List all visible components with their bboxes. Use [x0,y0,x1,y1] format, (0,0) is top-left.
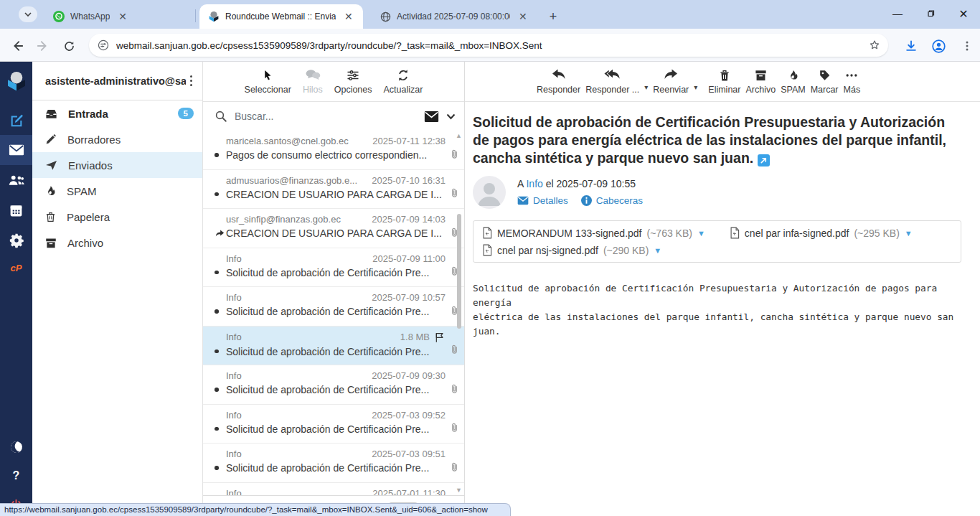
pencil-icon [44,133,57,146]
recipient-link[interactable]: Info [526,178,542,189]
spam-button[interactable]: SPAM [781,68,806,95]
tag-icon [818,68,831,83]
tab-close-icon[interactable]: ✕ [519,11,527,22]
attachment-list: MEMORANDUM 133-signed.pdf (~763 KB) ▼ cn… [473,220,961,263]
address-bar[interactable]: webmail.sanjuan.gob.ec/cpsess1535909589/… [89,34,888,57]
archive-button[interactable]: Archivo [745,68,776,95]
site-settings-icon[interactable] [98,39,109,51]
tab-search-button[interactable] [19,6,37,22]
compose-button[interactable] [0,105,32,135]
more-button[interactable]: Más [844,68,861,95]
unread-dot[interactable] [215,192,219,197]
select-button[interactable]: Seleccionar [245,68,291,95]
tab-close-icon[interactable]: ✕ [344,11,353,22]
mail-nav-button[interactable] [0,135,32,165]
message-row[interactable]: Info 2025-07-03 09:52 Solicitud de aprob… [203,405,464,444]
close-button[interactable]: ✕ [947,0,980,27]
folder-entrada[interactable]: Entrada 5 [32,100,202,126]
message-row[interactable]: Info 2025-07-09 11:00 Solicitud de aprob… [203,248,464,288]
scroll-down-icon[interactable]: ▼ [456,487,462,494]
message-row[interactable]: usr_sinfip@finanzas.gob.ec 2025-07-09 14… [203,209,464,248]
tab-actividad[interactable]: Actividad 2025-07-09 08:00:00 ✕ [372,4,535,29]
browser-menu-button[interactable] [958,37,976,55]
tab-roundcube[interactable]: Roundcube Webmail :: Enviados ✕ [199,4,363,29]
list-scrollbar[interactable]: ▲ ▼ [455,132,463,494]
unread-dot[interactable] [215,309,219,314]
threads-button[interactable]: Hilos [303,68,323,95]
message-subject: Solicitud de aprobación de Certificación… [226,423,446,435]
attachment-chip[interactable]: cnel par nsj-signed.pdf (~290 KB) ▼ [482,244,661,256]
settings-nav-button[interactable] [0,225,32,255]
folder-archivo[interactable]: Archivo [32,230,202,255]
account-header[interactable]: asistente-administrativo@sa... [32,62,202,100]
reply-button[interactable]: Responder [537,68,580,95]
unread-dot[interactable] [215,153,219,157]
message-row[interactable]: Info 2025-07-09 09:30 Solicitud de aprob… [203,365,464,405]
folder-spam[interactable]: SPAM [32,178,202,204]
calendar-nav-button[interactable] [0,195,32,225]
message-subject: Solicitud de aprobación de Certificación… [226,384,446,395]
details-toggle[interactable]: Detalles [517,195,568,206]
message-row[interactable]: Info 2025-07-09 10:57 Solicitud de aprob… [203,287,464,327]
folder-enviados[interactable]: Enviados [32,152,202,178]
url-text[interactable]: webmail.sanjuan.gob.ec/cpsess1535909589/… [116,40,868,51]
search-bar[interactable]: Buscar... [203,102,464,131]
unread-dot[interactable] [215,350,219,354]
help-button[interactable]: ? [0,461,32,491]
minimize-button[interactable]: — [881,0,914,27]
contacts-nav-button[interactable] [0,165,32,195]
tab-close-icon[interactable]: ✕ [118,11,127,22]
send-icon [44,159,58,172]
scroll-up-icon[interactable]: ▲ [456,132,462,139]
inbox-icon [44,108,58,120]
attachment-menu-caret[interactable]: ▼ [697,229,705,238]
new-tab-button[interactable]: + [544,7,562,26]
message-row[interactable]: Info 1.8 MB Solicitud de aprobación de C… [203,327,464,366]
bookmark-star-icon[interactable] [868,39,881,52]
options-button[interactable]: Opciones [334,68,372,95]
refresh-button[interactable]: Actualizar [384,68,423,95]
reload-button[interactable] [60,37,77,55]
headers-toggle[interactable]: Cabeceras [581,195,643,206]
sender-avatar [473,176,506,209]
folder-borradores[interactable]: Borradores [32,126,202,152]
message-row[interactable]: maricela.santos@cnel.gob.ec 2025-07-11 1… [203,131,464,170]
restore-button[interactable] [914,0,947,27]
tab-whatsapp[interactable]: WhatsApp ✕ [44,4,194,29]
mark-button[interactable]: Marcar [811,68,839,95]
attachment-chip[interactable]: MEMORANDUM 133-signed.pdf (~763 KB) ▼ [482,227,705,239]
profile-button[interactable] [930,37,947,55]
reply-all-menu-caret[interactable]: ▾ [644,83,648,91]
delete-button[interactable]: Eliminar [708,68,740,95]
downloads-button[interactable] [903,37,920,55]
scope-envelope-icon[interactable] [424,111,439,123]
unread-dot[interactable] [215,271,219,275]
forward-button[interactable] [34,37,52,55]
folder-papelera[interactable]: Papelera [32,204,202,230]
message-subject: Solicitud de aprobación de Certificación… [226,267,446,278]
attachment-chip[interactable]: cnel par infa-signed.pdf (~295 KB) ▼ [730,227,913,239]
message-subject: Solicitud de aprobación de Certificación… [226,346,446,357]
message-row[interactable]: Info 2025-07-01 11:30 Solicitud de aprob… [203,483,464,496]
unread-dot[interactable] [215,466,219,470]
message-list-panel: Seleccionar Hilos Opciones Actualizar Bu… [203,62,465,516]
message-row[interactable]: Info 2025-07-03 09:51 Solicitud de aprob… [203,444,464,483]
unread-dot[interactable] [215,388,219,392]
forward-button[interactable]: Reenviar [653,68,689,95]
attachment-menu-caret[interactable]: ▼ [905,229,913,238]
search-placeholder[interactable]: Buscar... [235,111,417,122]
account-menu-icon[interactable] [186,72,197,90]
open-in-new-window-icon[interactable] [758,154,770,166]
message-row[interactable]: admusuarios@finanzas.gob.e... 2025-07-10… [203,170,464,210]
back-button[interactable] [9,37,26,55]
forward-menu-caret[interactable]: ▾ [694,83,697,91]
flag-icon[interactable] [434,332,446,343]
cpanel-link[interactable]: cP [0,253,32,283]
search-icon [215,110,227,123]
dark-mode-toggle[interactable] [0,432,32,462]
unread-dot[interactable] [215,427,219,431]
reply-all-button[interactable]: Responder ... [585,68,639,95]
search-options-chevron-icon[interactable] [446,113,456,120]
attachment-menu-caret[interactable]: ▼ [654,246,661,255]
scrollbar-thumb[interactable] [457,214,461,329]
